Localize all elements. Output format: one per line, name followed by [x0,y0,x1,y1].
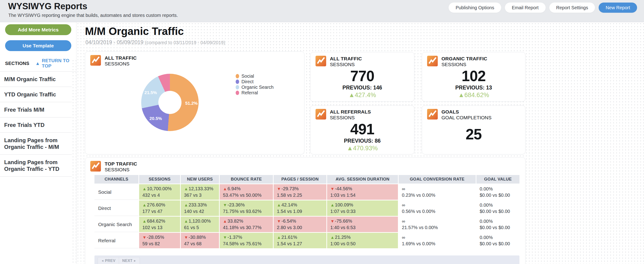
down-arrow-icon: ▼ [223,203,227,207]
delta-percent: 100.09% [335,202,353,207]
comparison-values: 0.56% vs 0.00% [402,208,476,215]
email-report-button[interactable]: Email Report [505,2,546,13]
delta-percent: 684.62% [147,219,165,224]
metric-delta: ▲684.62% [422,92,525,99]
sidebar-item[interactable]: Landing Pages from Organic Traffic - YTD [0,155,72,177]
down-arrow-icon: ▼ [277,219,281,224]
metric-cell: ▲10,700.00%432 vs 4 [139,184,181,200]
metric-cell: 0.00%$0.00 vs $0.00 [476,200,520,217]
delta-percent: -6.54% [282,219,296,224]
up-arrow-icon: ▲ [277,235,281,240]
legend-label: Referral [242,90,258,95]
prev-page-button[interactable]: ◄PREV [98,257,119,264]
down-arrow-icon: ▼ [184,235,188,240]
card-subtitle: GOAL COMPLETIONS [442,115,492,120]
legend-item: Organic Search [236,84,274,90]
report-settings-button[interactable]: Report Settings [549,2,595,13]
top-traffic-table-card: TOP TRAFFICSESSIONS CHANNELSSESSIONSNEW … [85,157,526,264]
header-actions: Publishing Options Email Report Report S… [448,2,637,13]
metric-delta: ▲427.4% [310,92,414,99]
delta-percent: -29.73% [282,186,299,191]
new-report-button[interactable]: New Report [599,2,637,13]
comparison-values: $0.00 vs $0.00 [480,208,520,215]
comparison-values: $0.00 vs $0.00 [480,192,520,198]
publishing-options-button[interactable]: Publishing Options [448,2,501,13]
comparison-values: 177 vs 47 [142,208,180,215]
comparison-values: 367 vs 3 [184,192,219,198]
metric-cell: ▲233.33%140 vs 42 [181,200,220,217]
next-arrow-icon: ► [134,259,136,263]
card-title: TOP TRAFFIC [105,161,137,167]
add-more-metrics-button[interactable]: Add More Metrics [5,24,71,35]
table-column-header: GOAL VALUE [476,175,520,184]
sidebar: Add More Metrics Use Template SECTIONS ▲… [0,22,76,264]
delta-percent: ∞ [402,203,405,208]
table-column-header: CHANNELS [94,175,139,184]
comparison-values: 1:07 vs 0:33 [330,208,398,215]
sidebar-item[interactable]: YTD Organic Traffic [0,87,72,102]
metric-cell: ▲1,120.00%61 vs 5 [181,217,220,233]
comparison-values: 1:00 vs 0:50 [330,241,398,247]
comparison-values: $0.00 vs $0.00 [480,241,520,247]
analytics-chart-icon [90,161,101,172]
sidebar-item[interactable]: Free Trials M/M [0,102,72,117]
analytics-chart-icon [427,56,438,66]
up-arrow-icon: ▲ [142,219,146,224]
up-arrow-icon: ▲ [223,219,227,224]
legend-label: Social [242,73,254,79]
traffic-channels-table: CHANNELSSESSIONSNEW USERSBOUNCE RATEPAGE… [94,175,520,249]
delta-percent: 1,120.00% [189,219,211,224]
organic-traffic-sessions-card: ORGANIC TRAFFICSESSIONS 102 PREVIOUS: 13… [422,52,526,102]
delta-percent: 6.94% [228,186,241,191]
down-arrow-icon: ▼ [330,219,334,224]
metric-cell: ▲684.62%102 vs 13 [139,217,181,233]
use-template-button[interactable]: Use Template [5,40,71,51]
legend-item: Direct [236,79,274,84]
metric-cell: ▼-29.73%1.58 vs 2.25 [274,184,327,200]
analytics-chart-icon [90,55,101,66]
metric-cell: ▲33.82%41.18% vs 30.77% [220,217,274,233]
page-title: M/M Organic Traffic [85,25,184,37]
down-arrow-icon: ▼ [142,235,146,240]
table-column-header: GOAL CONVERSION RATE [398,175,476,184]
prev-arrow-icon: ◄ [101,259,104,263]
metric-previous: PREVIOUS: 13 [422,85,525,91]
metric-value: 102 [422,67,525,85]
metric-cell: ▼-28.05%59 vs 82 [139,233,181,249]
sidebar-item[interactable]: Free Trials YTD [0,117,72,133]
metric-value: 25 [422,126,525,143]
table-body: Social▲10,700.00%432 vs 4▲12,133.33%367 … [94,184,520,249]
delta-percent: -30.88% [189,235,206,240]
card-title: ALL TRAFFIC [330,56,362,61]
table-row: Organic Search▲684.62%102 vs 13▲1,120.00… [94,217,520,233]
donut-legend: SocialDirectOrganic SearchReferral [236,73,274,95]
sidebar-item[interactable]: Landing Pages from Organic Traffic - M/M [0,133,72,155]
delta-percent: 21.25% [335,235,351,240]
metric-cell: 0.00%$0.00 vs $0.00 [476,184,520,200]
delta-percent: 0.00% [480,186,493,191]
sidebar-sections-list: M/M Organic TrafficYTD Organic TrafficFr… [0,71,76,177]
comparison-values: 1:40 vs 6:53 [330,225,398,231]
legend-label: Organic Search [242,85,274,90]
comparison-values: $0.00 vs $0.00 [480,225,520,231]
sidebar-item[interactable]: M/M Organic Traffic [0,72,72,87]
down-arrow-icon: ▼ [330,187,334,191]
channel-name-cell: Social [94,184,139,200]
next-page-button[interactable]: NEXT► [119,257,140,264]
comparison-values: 59 vs 82 [142,241,180,247]
app-subtitle: The WYSIWYG reporting engine that builds… [8,13,178,18]
comparison-values: 102 vs 13 [142,225,180,231]
metric-cell: ▼-1.37%74.58% vs 75.61% [220,233,274,249]
delta-percent: 42.14% [282,202,297,207]
metric-cell: ▼-75.66%1:40 vs 6:53 [327,217,398,233]
metric-cell: ▲100.09%1:07 vs 0:33 [327,200,398,217]
delta-percent: -44.56% [335,186,352,191]
comparison-values: 61 vs 5 [184,225,219,231]
card-title: ALL TRAFFIC [105,55,136,61]
comparison-values: 53.47% vs 50.00% [223,192,273,198]
return-to-top-link[interactable]: ▲RETURN TO TOP [36,58,76,69]
table-row: Referral▼-28.05%59 vs 82▼-30.88%47 vs 68… [94,233,520,249]
metric-value: 491 [310,121,414,138]
delta-percent: 0.00% [480,235,493,240]
metric-cell: ▲12,133.33%367 vs 3 [181,184,220,200]
